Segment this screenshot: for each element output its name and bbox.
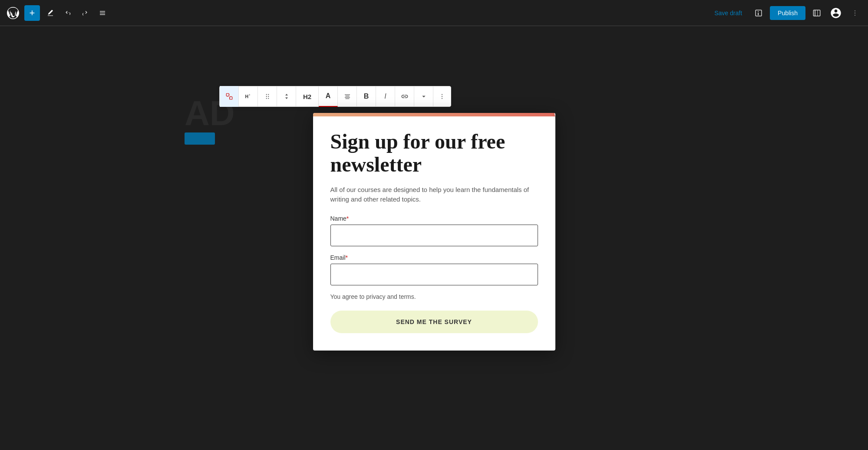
modal-overlay: × Sign up for our free newsletter All of… bbox=[0, 26, 868, 450]
toolbar-right: Save draft Publish bbox=[709, 5, 863, 21]
list-view-button[interactable] bbox=[95, 5, 110, 21]
modal-accent-bar bbox=[313, 113, 555, 116]
modal-description: All of our courses are designed to help … bbox=[330, 185, 538, 205]
privacy-text: You agree to privacy and terms. bbox=[330, 293, 538, 300]
undo-button[interactable] bbox=[60, 5, 76, 21]
wordpress-logo[interactable] bbox=[5, 5, 21, 21]
name-required-star: * bbox=[347, 215, 349, 222]
view-button[interactable] bbox=[751, 5, 766, 21]
email-required-star: * bbox=[346, 254, 348, 261]
user-avatar-button[interactable] bbox=[828, 5, 844, 21]
name-input[interactable] bbox=[330, 225, 538, 246]
add-block-button[interactable]: + bbox=[24, 5, 40, 21]
redo-button[interactable] bbox=[77, 5, 93, 21]
modal-content: Sign up for our free newsletter All of o… bbox=[313, 116, 555, 351]
email-label: Email* bbox=[330, 254, 538, 261]
edit-tool-button[interactable] bbox=[43, 5, 58, 21]
editor-area: AD H + bbox=[0, 26, 868, 450]
top-toolbar: + Save draft Publish bbox=[0, 0, 868, 26]
newsletter-modal: × Sign up for our free newsletter All of… bbox=[313, 113, 555, 351]
publish-button[interactable]: Publish bbox=[770, 6, 805, 20]
name-label: Name* bbox=[330, 215, 538, 222]
sidebar-toggle-button[interactable] bbox=[809, 5, 825, 21]
modal-title: Sign up for our free newsletter bbox=[330, 130, 538, 176]
submit-button[interactable]: SEND ME THE SURVEY bbox=[330, 311, 538, 333]
save-draft-button[interactable]: Save draft bbox=[709, 7, 747, 19]
email-input[interactable] bbox=[330, 264, 538, 285]
more-options-button[interactable] bbox=[847, 5, 863, 21]
